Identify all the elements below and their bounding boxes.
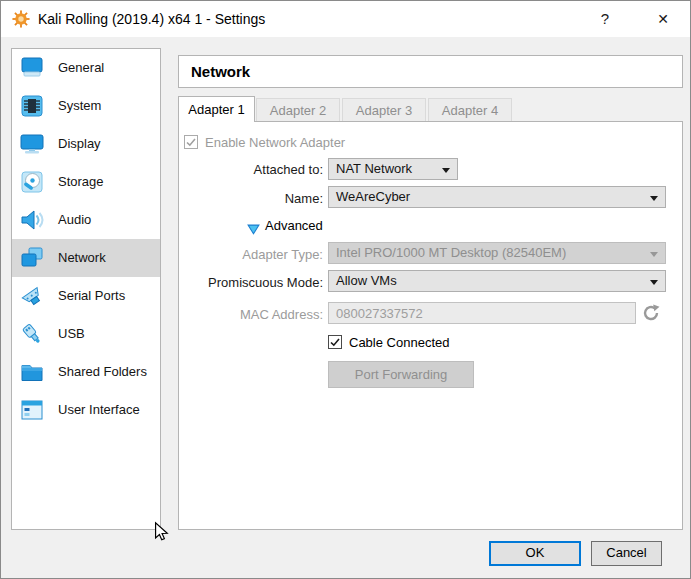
page-header: Network bbox=[178, 55, 683, 88]
sidebar-item-user-interface[interactable]: User Interface bbox=[12, 391, 160, 429]
sidebar-item-system[interactable]: System bbox=[12, 87, 160, 125]
adapter-type-dropdown: Intel PRO/1000 MT Desktop (82540EM) bbox=[328, 242, 666, 264]
system-icon bbox=[19, 93, 45, 119]
chevron-down-icon bbox=[442, 168, 450, 173]
chevron-down-icon bbox=[650, 196, 658, 201]
page-title: Network bbox=[191, 63, 682, 80]
tab-adapter-2[interactable]: Adapter 2 bbox=[256, 98, 340, 122]
settings-window: Kali Rolling (2019.4) x64 1 - Settings ?… bbox=[0, 0, 691, 579]
cable-connected-label: Cable Connected bbox=[349, 335, 449, 350]
sidebar-item-shared-folders[interactable]: Shared Folders bbox=[12, 353, 160, 391]
audio-icon bbox=[19, 207, 45, 233]
sidebar-item-serial-ports[interactable]: Serial Ports bbox=[12, 277, 160, 315]
tab-adapter-4[interactable]: Adapter 4 bbox=[428, 98, 512, 122]
sidebar-item-general[interactable]: General bbox=[12, 49, 160, 87]
chevron-down-icon bbox=[650, 252, 658, 257]
settings-category-list: General System Display Storage Audio bbox=[11, 48, 161, 530]
settings-gear-icon bbox=[12, 10, 30, 28]
sidebar-item-display[interactable]: Display bbox=[12, 125, 160, 163]
title-bar: Kali Rolling (2019.4) x64 1 - Settings ?… bbox=[1, 1, 690, 37]
network-icon bbox=[19, 245, 45, 271]
window-title: Kali Rolling (2019.4) x64 1 - Settings bbox=[38, 1, 265, 37]
display-icon bbox=[19, 131, 45, 157]
usb-icon bbox=[19, 321, 45, 347]
sidebar-item-storage[interactable]: Storage bbox=[12, 163, 160, 201]
close-button[interactable]: ✕ bbox=[643, 1, 683, 37]
advanced-toggle[interactable]: Advanced bbox=[265, 218, 323, 233]
general-icon bbox=[19, 55, 45, 81]
cancel-button[interactable]: Cancel bbox=[591, 541, 662, 566]
enable-network-adapter-label: Enable Network Adapter bbox=[205, 135, 345, 150]
promiscuous-mode-label: Promiscuous Mode: bbox=[193, 275, 323, 290]
storage-icon bbox=[19, 169, 45, 195]
enable-network-adapter-checkbox bbox=[184, 135, 198, 149]
mac-address-field bbox=[328, 302, 636, 324]
tab-adapter-3[interactable]: Adapter 3 bbox=[342, 98, 426, 122]
sidebar-item-audio[interactable]: Audio bbox=[12, 201, 160, 239]
serial-ports-icon bbox=[19, 283, 45, 309]
adapter-type-label: Adapter Type: bbox=[193, 247, 323, 262]
sidebar-item-network[interactable]: Network bbox=[12, 239, 160, 277]
promiscuous-mode-dropdown[interactable]: Allow VMs bbox=[328, 270, 666, 292]
mac-address-label: MAC Address: bbox=[193, 307, 323, 322]
cable-connected-checkbox[interactable] bbox=[328, 335, 342, 349]
name-label: Name: bbox=[193, 191, 323, 206]
attached-to-dropdown[interactable]: NAT Network bbox=[328, 158, 458, 180]
attached-to-label: Attached to: bbox=[193, 162, 323, 177]
tab-adapter-1[interactable]: Adapter 1 bbox=[178, 96, 255, 122]
sidebar-item-usb[interactable]: USB bbox=[12, 315, 160, 353]
network-name-dropdown[interactable]: WeAreCyber bbox=[328, 186, 666, 208]
advanced-expander-icon[interactable] bbox=[247, 221, 260, 232]
adapter-1-panel bbox=[178, 121, 683, 530]
regenerate-mac-icon bbox=[641, 303, 661, 323]
chevron-down-icon bbox=[650, 280, 658, 285]
ok-button[interactable]: OK bbox=[489, 541, 581, 566]
port-forwarding-button: Port Forwarding bbox=[328, 361, 474, 388]
user-interface-icon bbox=[19, 397, 45, 423]
shared-folders-icon bbox=[19, 359, 45, 385]
mouse-cursor bbox=[151, 521, 173, 543]
help-button[interactable]: ? bbox=[585, 1, 625, 37]
